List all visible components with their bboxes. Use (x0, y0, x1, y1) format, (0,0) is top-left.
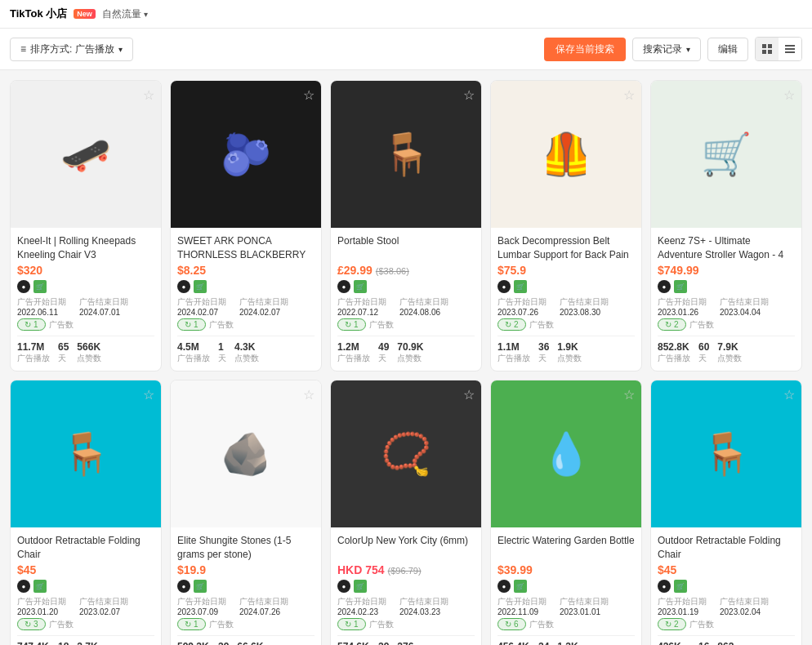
product-card: 🛹 ☆ Kneel-It | Rolling Kneepads Kneeling… (10, 80, 162, 371)
product-image: 🪑 ☆ (331, 81, 481, 228)
ad-count-button[interactable]: ↻ 2 (658, 618, 686, 630)
favorite-icon[interactable]: ☆ (143, 87, 154, 103)
end-date-label: 广告结束日期 (399, 296, 448, 308)
refresh-icon: ↻ (185, 320, 191, 329)
ad-count-button[interactable]: ↻ 2 (658, 318, 686, 331)
product-image: 🪨 ☆ (171, 380, 321, 527)
favorite-icon[interactable]: ☆ (623, 87, 635, 103)
product-icons: ● 🛒 (658, 280, 795, 293)
stats-row: 747.4K 广告播放 18 天 2.7K 点赞数 (17, 635, 154, 645)
end-date: 2023.01.01 (560, 607, 609, 616)
ad-count-row: ↻ 2 广告数 (658, 318, 795, 331)
ad-count-number: 1 (194, 320, 199, 329)
ad-count-label: 广告数 (369, 619, 394, 630)
product-price: $749.99 (658, 264, 795, 277)
ad-count-button[interactable]: ↻ 1 (337, 318, 366, 331)
list-view-button[interactable] (779, 38, 801, 60)
edit-button[interactable]: 编辑 (707, 38, 748, 61)
stat-plays: 456.4K 广告播放 (497, 641, 530, 645)
end-date: 2023.04.04 (720, 308, 769, 317)
sort-button[interactable]: ≡ 排序方式: 广告播放 ▾ (10, 38, 133, 61)
favorite-icon[interactable]: ☆ (783, 387, 795, 403)
end-date: 2024.02.07 (239, 308, 288, 317)
product-price: $45 (17, 563, 154, 576)
favorite-icon[interactable]: ☆ (463, 87, 475, 103)
product-image: 🫐 ☆ (171, 81, 321, 228)
stat-likes: 4.3K 点赞数 (234, 341, 259, 364)
date-info: 广告开始日期 2023.01.19 广告结束日期 2023.02.04 (658, 596, 795, 616)
stat-likes-value: 70.9K (397, 341, 423, 353)
list-icon (784, 43, 796, 55)
end-date-label: 广告结束日期 (79, 596, 128, 607)
nav-traffic[interactable]: 自然流量 ▾ (102, 7, 148, 21)
product-card: 📿 ☆ ColorUp New York City (6mm) HKD 754(… (330, 380, 482, 645)
stat-plays: 852.8K 广告播放 (658, 341, 690, 364)
favorite-icon[interactable]: ☆ (623, 387, 635, 403)
ad-count-button[interactable]: ↻ 1 (337, 618, 366, 630)
product-card: 🫐 ☆ SWEET ARK PONCA THORNLESS BLACKBERRY… (170, 80, 322, 371)
start-date: 2022.11.09 (497, 607, 547, 616)
favorite-icon[interactable]: ☆ (463, 387, 475, 403)
favorite-icon[interactable]: ☆ (303, 387, 315, 403)
product-title: Keenz 7S+ - Ultimate Adventure Stroller … (658, 234, 795, 260)
ad-count-button[interactable]: ↻ 1 (177, 618, 206, 630)
stats-row: 1.1M 广告播放 36 天 1.9K 点赞数 (497, 336, 635, 364)
save-search-button[interactable]: 保存当前搜索 (544, 38, 626, 61)
svg-rect-0 (762, 44, 766, 48)
ad-count-button[interactable]: ↻ 6 (497, 618, 526, 630)
stat-days: 16 天 (698, 641, 709, 645)
start-date-label: 广告开始日期 (497, 596, 547, 607)
start-date-label: 广告开始日期 (497, 296, 547, 308)
ad-count-row: ↻ 1 广告数 (177, 318, 315, 331)
product-title: Kneel-It | Rolling Kneepads Kneeling Cha… (17, 234, 154, 260)
stat-days: 49 天 (378, 341, 389, 364)
favorite-icon[interactable]: ☆ (303, 87, 315, 103)
content: 🛹 ☆ Kneel-It | Rolling Kneepads Kneeling… (0, 70, 812, 645)
ad-count-label: 广告数 (529, 319, 554, 331)
date-info: 广告开始日期 2024.02.07 广告结束日期 2024.02.07 (177, 296, 315, 317)
stat-days: 29 天 (378, 641, 389, 645)
product-icons: ● 🛒 (337, 280, 475, 293)
grid-view-button[interactable] (756, 38, 779, 60)
favorite-icon[interactable]: ☆ (143, 387, 154, 403)
ad-icon: ● (337, 280, 350, 293)
ad-count-number: 3 (33, 620, 38, 629)
stat-likes: 1.9K 点赞数 (557, 341, 582, 364)
ad-count-button[interactable]: ↻ 1 (17, 318, 46, 331)
stat-likes-label: 点赞数 (557, 353, 582, 364)
stat-days-value: 36 (538, 341, 549, 353)
start-date: 2022.07.12 (337, 308, 386, 317)
shop-icon: 🛒 (33, 580, 47, 593)
product-image: 💧 ☆ (491, 380, 641, 527)
ad-count-button[interactable]: ↻ 3 (17, 618, 46, 630)
ad-count-label: 广告数 (689, 319, 714, 331)
sort-icon: ≡ (20, 43, 26, 55)
end-date: 2024.03.23 (399, 607, 448, 616)
stat-plays: 426K 广告播放 (658, 641, 690, 645)
ad-count-number: 1 (354, 320, 359, 329)
search-record-chevron-icon: ▾ (686, 45, 690, 54)
stat-plays-value: 852.8K (658, 341, 689, 353)
toolbar-right: 保存当前搜索 搜索记录 ▾ 编辑 (544, 37, 802, 61)
shop-icon: 🛒 (674, 580, 687, 593)
stat-plays: 599.3K 广告播放 (177, 641, 210, 645)
product-price: $19.9 (177, 563, 315, 576)
end-date: 2024.07.01 (79, 308, 128, 317)
stat-plays: 747.4K 广告播放 (17, 641, 50, 645)
search-record-button[interactable]: 搜索记录 ▾ (632, 38, 701, 61)
ad-count-button[interactable]: ↻ 2 (497, 318, 526, 331)
stat-likes-value: 1.9K (557, 341, 578, 353)
ad-count-label: 广告数 (529, 619, 554, 630)
product-card: 🦺 ☆ Back Decompression Belt Lumbar Suppo… (490, 80, 642, 371)
product-price: $39.99 (497, 563, 635, 576)
chevron-down-icon: ▾ (144, 10, 148, 19)
product-icons: ● 🛒 (177, 580, 315, 593)
stat-days-value: 39 (218, 641, 229, 645)
svg-rect-2 (762, 50, 766, 54)
ad-count-button[interactable]: ↻ 1 (177, 318, 206, 331)
sort-label: 排序方式: 广告播放 (30, 42, 114, 56)
stat-days-value: 49 (378, 341, 389, 353)
ad-count-row: ↻ 2 广告数 (658, 618, 795, 630)
product-icons: ● 🛒 (17, 280, 154, 293)
favorite-icon[interactable]: ☆ (783, 87, 795, 103)
